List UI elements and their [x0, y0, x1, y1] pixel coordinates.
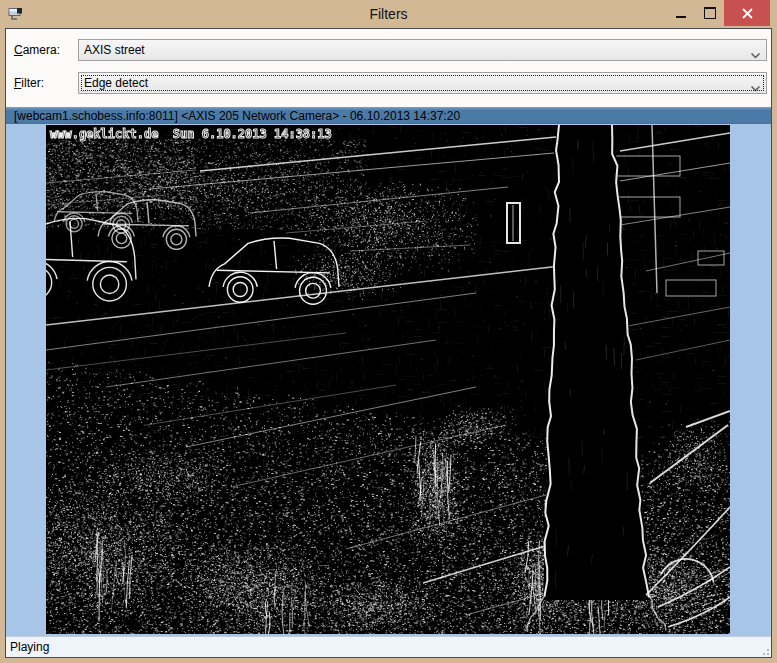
close-icon — [742, 8, 753, 19]
filters-window: Filters Camera: AXIS street — [0, 0, 777, 663]
maximize-button[interactable] — [695, 0, 724, 26]
status-bar: Playing — [6, 636, 771, 657]
filter-select-value: Edge detect — [84, 76, 148, 90]
status-text: Playing — [10, 640, 49, 654]
video-area — [6, 124, 771, 636]
minimize-button[interactable] — [666, 0, 695, 26]
titlebar[interactable]: Filters — [0, 0, 777, 28]
resize-grip-icon[interactable] — [759, 645, 769, 655]
minimize-icon — [676, 16, 686, 18]
window-title: Filters — [0, 0, 777, 28]
close-button[interactable] — [724, 0, 770, 26]
filter-label: Filter: — [14, 76, 78, 90]
chevron-down-icon — [751, 48, 760, 62]
camera-label: Camera: — [14, 43, 78, 57]
video-canvas — [46, 125, 730, 634]
camera-select-value: AXIS street — [84, 43, 145, 57]
client-area: Camera: AXIS street Filter: Edge detect — [5, 28, 772, 658]
camera-select[interactable]: AXIS street — [78, 39, 767, 61]
stream-header: [webcam1.schobess.info:8011] <AXIS 205 N… — [6, 107, 771, 124]
maximize-icon — [704, 7, 716, 19]
stream-header-text: [webcam1.schobess.info:8011] <AXIS 205 N… — [14, 109, 460, 123]
chevron-down-icon — [751, 81, 760, 95]
controls-panel: Camera: AXIS street Filter: Edge detect — [6, 29, 771, 107]
filter-select[interactable]: Edge detect — [78, 72, 767, 94]
